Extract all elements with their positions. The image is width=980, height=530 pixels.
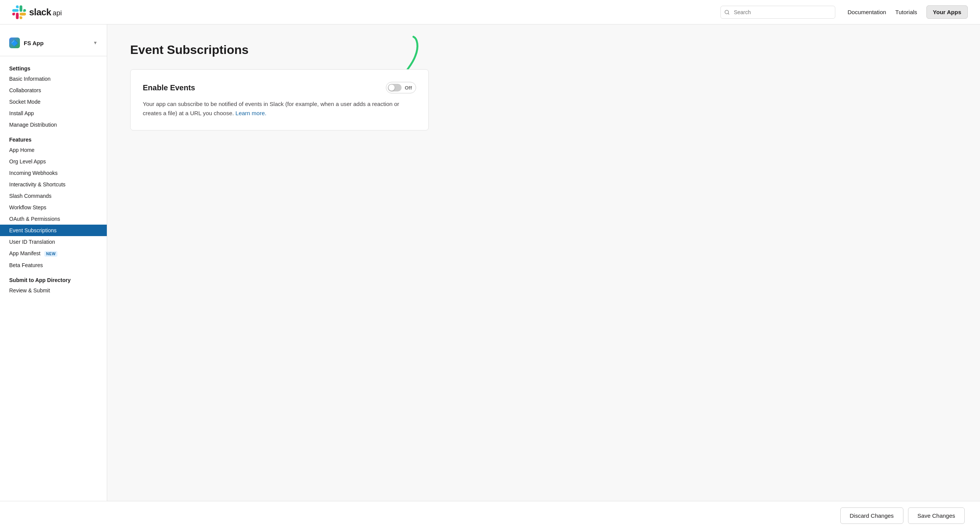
search-input-wrapper <box>720 6 835 19</box>
sidebar-item-event-subscriptions[interactable]: Event Subscriptions <box>0 225 107 236</box>
sidebar-item-incoming-webhooks[interactable]: Incoming Webhooks <box>0 167 107 179</box>
discard-changes-button[interactable]: Discard Changes <box>840 507 903 524</box>
sidebar-item-beta-features[interactable]: Beta Features <box>0 259 107 271</box>
learn-more-link[interactable]: Learn more. <box>235 110 266 116</box>
toggle-track <box>388 84 402 91</box>
sidebar-item-socket-mode[interactable]: Socket Mode <box>0 96 107 108</box>
app-icon: 🔷 <box>9 38 20 48</box>
sidebar-item-app-home[interactable]: App Home <box>0 144 107 156</box>
sidebar-section-features: Features App Home Org Level Apps Incomin… <box>0 134 107 271</box>
sidebar-item-user-id-translation[interactable]: User ID Translation <box>0 236 107 248</box>
search-input[interactable] <box>720 6 835 19</box>
sidebar-section-submit: Submit to App Directory Review & Submit <box>0 274 107 296</box>
card-description: Your app can subscribe to be notified of… <box>143 99 416 118</box>
save-changes-button[interactable]: Save Changes <box>908 507 965 524</box>
logo-slack-text: slack <box>29 7 51 18</box>
sidebar-item-app-manifest[interactable]: App Manifest NEW <box>0 248 107 259</box>
sidebar-item-workflow-steps[interactable]: Workflow Steps <box>0 202 107 213</box>
settings-section-title: Settings <box>0 62 107 73</box>
sidebar-item-review-submit[interactable]: Review & Submit <box>0 285 107 296</box>
logo-api-text: api <box>53 9 62 17</box>
sidebar-item-org-level-apps[interactable]: Org Level Apps <box>0 156 107 167</box>
page-title: Event Subscriptions <box>130 43 429 57</box>
footer-bar: Discard Changes Save Changes <box>0 501 980 530</box>
sidebar-section-settings: Settings Basic Information Collaborators… <box>0 62 107 130</box>
toggle-label: Off <box>405 85 412 91</box>
your-apps-button[interactable]: Your Apps <box>926 5 968 19</box>
enable-events-card: Enable Events Off Your app can subscribe… <box>130 69 429 130</box>
sidebar-item-interactivity-shortcuts[interactable]: Interactivity & Shortcuts <box>0 179 107 190</box>
toggle-thumb <box>389 85 395 91</box>
search-icon <box>724 10 730 15</box>
submit-section-title: Submit to App Directory <box>0 274 107 285</box>
app-selector[interactable]: 🔷 FS App ▼ <box>0 34 107 56</box>
chevron-down-icon: ▼ <box>93 40 98 46</box>
card-container: Enable Events Off Your app can subscribe… <box>130 69 429 130</box>
sidebar-item-oauth-permissions[interactable]: OAuth & Permissions <box>0 213 107 225</box>
sidebar-item-collaborators[interactable]: Collaborators <box>0 85 107 96</box>
features-section-title: Features <box>0 134 107 144</box>
sidebar-item-basic-information[interactable]: Basic Information <box>0 73 107 85</box>
search-wrapper <box>720 6 835 19</box>
card-header: Enable Events Off <box>143 82 416 93</box>
main-content: Event Subscriptions Enable Events Off <box>107 24 452 530</box>
card-title: Enable Events <box>143 83 195 92</box>
enable-events-toggle[interactable]: Off <box>386 82 416 93</box>
sidebar-item-install-app[interactable]: Install App <box>0 108 107 119</box>
logo-link[interactable]: slack api <box>12 5 62 19</box>
header-nav: Documentation Tutorials Your Apps <box>848 5 968 19</box>
nav-tutorials[interactable]: Tutorials <box>895 9 917 15</box>
slack-logo-icon <box>12 5 26 19</box>
sidebar-item-manage-distribution[interactable]: Manage Distribution <box>0 119 107 130</box>
page-wrapper: 🔷 FS App ▼ Settings Basic Information Co… <box>0 24 980 530</box>
app-name-label: FS App <box>24 40 89 46</box>
nav-documentation[interactable]: Documentation <box>848 9 886 15</box>
sidebar-item-slash-commands[interactable]: Slash Commands <box>0 190 107 202</box>
logo-text: slack api <box>29 7 62 18</box>
svg-line-1 <box>728 13 729 14</box>
header: slack api Documentation Tutorials Your A… <box>0 0 980 24</box>
new-badge: NEW <box>44 251 58 257</box>
sidebar: 🔷 FS App ▼ Settings Basic Information Co… <box>0 24 107 530</box>
